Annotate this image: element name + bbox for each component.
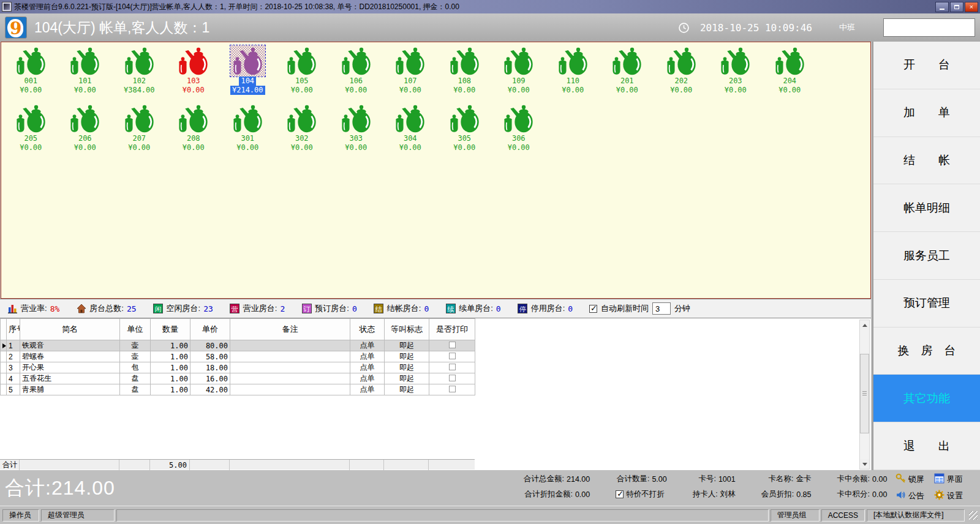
room-tile-001[interactable]: 001 ¥0.00	[4, 45, 58, 102]
resize-grip[interactable]	[969, 511, 978, 520]
maximize-button[interactable]	[950, 2, 963, 12]
row-indicator	[1, 373, 7, 384]
cell-unit: 壶	[120, 351, 151, 362]
table-row[interactable]: 5 青果脯 盘 1.00 42.00 点单 即起	[1, 384, 475, 395]
room-price: ¥384.00	[122, 86, 157, 95]
room-price: ¥0.00	[181, 86, 206, 95]
print-checkbox[interactable]	[449, 375, 456, 381]
room-tile-203[interactable]: 203 ¥0.00	[709, 45, 763, 102]
cell-name: 铁观音	[20, 340, 120, 351]
table-row[interactable]: 2 碧螺春 壶 1.00 58.00 点单 即起	[1, 351, 475, 362]
sidebar-button-加单[interactable]: 加 单	[873, 89, 980, 137]
room-tile-103[interactable]: 103 ¥0.00	[167, 45, 221, 102]
room-price: ¥0.00	[723, 86, 748, 95]
no-discount-checkbox[interactable]	[616, 490, 624, 498]
room-tile-302[interactable]: 302 ¥0.00	[275, 103, 330, 159]
table-scrollbar[interactable]	[859, 320, 870, 470]
scrollbar-thumb[interactable]	[860, 354, 869, 433]
card-swipe-input[interactable]	[883, 18, 975, 37]
room-tile-306[interactable]: 306 ¥0.00	[492, 103, 546, 159]
room-tile-108[interactable]: 108 ¥0.00	[437, 45, 492, 102]
sidebar-button-帐单明细[interactable]: 帐单明细	[873, 184, 980, 232]
sidebar-button-其它功能[interactable]: 其它功能	[873, 375, 980, 422]
cell-note	[230, 351, 350, 362]
quick-action-label: 公告	[908, 490, 924, 501]
sidebar-button-换房台[interactable]: 换 房 台	[873, 328, 980, 375]
room-tile-301[interactable]: 301 ¥0.00	[221, 103, 275, 159]
room-tile-207[interactable]: 207 ¥0.00	[112, 103, 167, 159]
cell-price: 58.00	[190, 351, 230, 362]
print-checkbox[interactable]	[449, 386, 456, 392]
room-tile-110[interactable]: 110 ¥0.00	[546, 45, 600, 102]
footer-field: 卡中积分: 0.00	[837, 489, 888, 500]
table-row[interactable]: 3 开心果 包 1.00 18.00 点单 即起	[1, 362, 475, 373]
room-price: ¥0.00	[451, 86, 477, 95]
print-checkbox[interactable]	[449, 353, 456, 359]
print-checkbox[interactable]	[449, 342, 456, 348]
cell-call-flag: 即起	[385, 362, 429, 373]
scroll-up-button[interactable]	[860, 320, 869, 330]
quick-action-gear[interactable]: 设置	[934, 490, 963, 502]
quick-action-label: 设置	[947, 490, 963, 501]
table-row[interactable]: 4 五香花生 盘 1.00 16.00 点单 即起	[1, 373, 475, 384]
cell-no: 4	[7, 373, 20, 384]
sidebar-button-开台[interactable]: 开 台	[873, 42, 980, 89]
room-tile-107[interactable]: 107 ¥0.00	[383, 45, 438, 102]
room-tile-104[interactable]: 104 ¥214.00	[221, 45, 275, 102]
sidebar-button-服务员工[interactable]: 服务员工	[873, 232, 980, 280]
sidebar-button-结帐[interactable]: 结 帐	[873, 137, 980, 185]
total-label: 合计	[0, 460, 20, 470]
room-tile-102[interactable]: 102 ¥384.00	[112, 45, 167, 102]
room-tile-206[interactable]: 206 ¥0.00	[58, 103, 113, 159]
room-tile-106[interactable]: 106 ¥0.00	[329, 45, 383, 102]
room-number: 001	[22, 77, 39, 86]
quick-action-grid[interactable]: 界面	[934, 473, 963, 485]
room-number: 301	[239, 134, 256, 143]
room-price: ¥0.00	[777, 86, 802, 95]
quick-action-key[interactable]: 锁屏	[895, 473, 924, 485]
cell-print	[429, 351, 475, 362]
cell-name: 开心果	[20, 362, 120, 373]
room-price: ¥0.00	[126, 143, 152, 152]
room-tile-109[interactable]: 109 ¥0.00	[492, 45, 546, 102]
stat-icon: 闲	[153, 304, 164, 314]
close-button[interactable]: ×	[965, 2, 978, 12]
window-titlebar: 茶楼管理前台9.6.0.221-预订版-[104(大厅)]营业帐单,客人人数：1…	[0, 0, 980, 13]
table-total-row: 合计 5.00	[0, 459, 475, 470]
auto-refresh-checkbox[interactable]	[589, 305, 597, 313]
room-tile-101[interactable]: 101 ¥0.00	[58, 45, 113, 102]
room-tile-305[interactable]: 305 ¥0.00	[437, 103, 492, 159]
room-tile-105[interactable]: 105 ¥0.00	[275, 45, 330, 102]
cell-note	[230, 373, 350, 384]
arrow-down-icon	[862, 463, 867, 466]
room-tile-202[interactable]: 202 ¥0.00	[654, 45, 709, 102]
window-app-icon[interactable]	[2, 2, 12, 12]
cell-call-flag: 即起	[385, 384, 429, 395]
cell-print	[429, 362, 475, 373]
footer-field: 合计折扣金额: 0.00	[524, 489, 590, 500]
room-tile-201[interactable]: 201 ¥0.00	[600, 45, 655, 102]
print-checkbox[interactable]	[449, 364, 456, 370]
minimize-button[interactable]	[935, 2, 949, 12]
scroll-down-button[interactable]	[860, 459, 869, 469]
grid-icon	[934, 473, 944, 485]
teapot-icon	[284, 103, 319, 134]
room-tile-208[interactable]: 208 ¥0.00	[167, 103, 221, 159]
room-price: ¥0.00	[72, 143, 98, 152]
table-row[interactable]: 1 铁观音 壶 1.00 80.00 点单 即起	[1, 340, 475, 351]
footer-field: 卡号: 1001	[698, 474, 735, 484]
teapot-icon	[556, 45, 590, 77]
cell-call-flag: 即起	[385, 351, 429, 362]
quick-action-speaker[interactable]: 公告	[895, 490, 924, 502]
room-tile-303[interactable]: 303 ¥0.00	[329, 103, 383, 159]
footer-field: 特价不打折	[616, 489, 667, 500]
room-tile-205[interactable]: 205 ¥0.00	[4, 103, 58, 159]
room-number: 304	[402, 134, 419, 143]
sidebar-button-预订管理[interactable]: 预订管理	[873, 280, 980, 328]
room-price: ¥0.00	[398, 86, 423, 95]
room-tile-304[interactable]: 304 ¥0.00	[383, 103, 438, 159]
cell-no: 1	[7, 340, 20, 351]
sidebar-button-退出[interactable]: 退 出	[873, 422, 980, 470]
refresh-minutes-input[interactable]	[652, 302, 671, 315]
room-tile-204[interactable]: 204 ¥0.00	[763, 45, 817, 102]
